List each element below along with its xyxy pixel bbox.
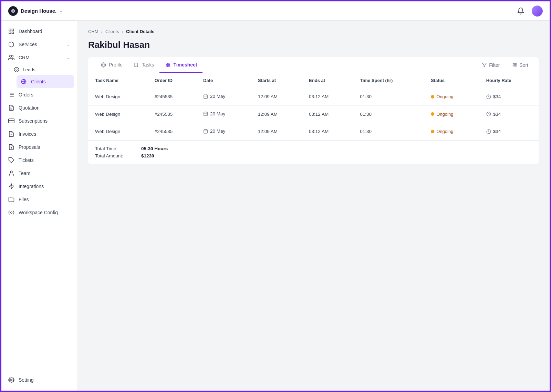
- cell-ends-at: 03:12 AM: [302, 105, 353, 123]
- sidebar-item-proposals[interactable]: Proposals: [1, 141, 77, 154]
- tab-timesheet[interactable]: Timesheet: [159, 57, 202, 73]
- sidebar-item-dashboard[interactable]: Dashboard: [1, 25, 77, 38]
- grid-icon: [8, 28, 14, 34]
- tab-timesheet-label: Timesheet: [173, 62, 197, 68]
- sidebar-quotation-label: Quotation: [19, 105, 40, 111]
- file-plus-icon: [8, 144, 14, 150]
- sidebar-item-label: Dashboard: [19, 29, 42, 34]
- timesheet-table-card: Task Name Order ID Date Starts at Ends a…: [88, 73, 539, 164]
- content-card: Profile Tasks Timesheet: [88, 57, 539, 164]
- topbar: Design House. ⌄: [1, 1, 550, 21]
- svg-rect-45: [204, 112, 208, 116]
- svg-point-28: [11, 379, 12, 381]
- svg-rect-40: [204, 95, 208, 99]
- col-ends-at: Ends at: [302, 73, 353, 88]
- timesheet-table: Task Name Order ID Date Starts at Ends a…: [88, 73, 539, 140]
- breadcrumb-clients[interactable]: Clients: [105, 29, 119, 34]
- file-minus-icon: [8, 131, 14, 137]
- cell-order-id: #245535: [148, 123, 196, 140]
- sidebar-item-clients[interactable]: Clients: [17, 75, 74, 88]
- svg-rect-2: [9, 29, 11, 31]
- cell-hourly-rate: $34: [479, 88, 539, 106]
- app-chevron-icon[interactable]: ⌄: [59, 9, 63, 13]
- cell-starts-at: 12:09 AM: [251, 88, 302, 106]
- credit-card-icon: [8, 118, 14, 124]
- sidebar-clients-label: Clients: [31, 79, 46, 84]
- svg-rect-3: [12, 29, 14, 31]
- col-hourly-rate: Hourly Rate: [479, 73, 539, 88]
- svg-rect-5: [9, 32, 11, 34]
- sidebar-item-services[interactable]: Services ⌄: [1, 38, 77, 51]
- sidebar-item-files[interactable]: Files: [1, 193, 77, 206]
- sidebar-workspace-config-label: Workspace Config: [19, 210, 58, 215]
- cell-time-spent: 01:30: [353, 105, 424, 123]
- cell-time-spent: 01:30: [353, 88, 424, 106]
- sidebar-item-invoices[interactable]: Invoices: [1, 127, 77, 141]
- sidebar-crm-label: CRM: [19, 55, 30, 60]
- svg-point-6: [10, 55, 12, 57]
- totals-section: Total Time: 05:30 Hours Total Amount: $1…: [88, 140, 539, 164]
- zap-icon: [8, 183, 14, 189]
- profile-tab-icon: [101, 62, 106, 68]
- sidebar-tickets-label: Tickets: [19, 157, 34, 163]
- topbar-right: [515, 6, 543, 17]
- tasks-tab-icon: [134, 62, 139, 68]
- cell-task-name: Web Design: [88, 105, 148, 123]
- sidebar-item-subscriptions[interactable]: Subscriptions: [1, 114, 77, 127]
- sidebar-item-orders[interactable]: Orders: [1, 88, 77, 101]
- sidebar-proposals-label: Proposals: [19, 144, 40, 150]
- sidebar-item-quotation[interactable]: Quotation: [1, 101, 77, 114]
- sidebar-item-setting[interactable]: Setting: [1, 373, 77, 386]
- sidebar-team-label: Team: [19, 171, 30, 176]
- col-order-id: Order ID: [148, 73, 196, 88]
- sidebar-item-leads[interactable]: Leads: [14, 64, 77, 75]
- breadcrumb-sep-1: ›: [101, 29, 103, 34]
- sidebar-invoices-label: Invoices: [19, 131, 36, 137]
- cell-order-id: #245535: [148, 88, 196, 106]
- sidebar-item-integrations[interactable]: Integrations: [1, 180, 77, 193]
- tab-tasks[interactable]: Tasks: [128, 57, 160, 73]
- col-status: Status: [424, 73, 479, 88]
- sort-icon: [512, 62, 517, 68]
- sidebar-setting-label: Setting: [19, 377, 34, 383]
- timesheet-tab-icon: [165, 62, 170, 68]
- sidebar-subscriptions-label: Subscriptions: [19, 118, 48, 124]
- svg-point-8: [16, 69, 17, 70]
- sidebar-item-workspace-config[interactable]: Workspace Config: [1, 206, 77, 219]
- user-avatar[interactable]: [532, 6, 543, 17]
- svg-rect-34: [166, 65, 167, 66]
- sort-button[interactable]: Sort: [509, 60, 532, 70]
- file-text-icon: [8, 105, 14, 111]
- cell-status: Ongoing: [424, 105, 479, 123]
- svg-rect-19: [9, 119, 14, 123]
- filter-button[interactable]: Filter: [478, 60, 503, 70]
- table-row: Web Design #245535 20 May 12:09 AM 03:12…: [88, 88, 539, 106]
- breadcrumb: CRM › Clients › Client Details: [88, 29, 539, 34]
- sidebar-item-crm[interactable]: CRM ⌄: [1, 51, 77, 64]
- svg-point-1: [12, 10, 14, 12]
- cell-date: 20 May: [196, 105, 251, 123]
- cell-date: 20 May: [196, 88, 251, 106]
- svg-rect-33: [168, 65, 170, 66]
- crm-chevron-icon: ⌄: [66, 55, 70, 60]
- tabs-actions: Filter Sort: [478, 60, 532, 70]
- sidebar-item-tickets[interactable]: Tickets: [1, 154, 77, 167]
- cell-status: Ongoing: [424, 123, 479, 140]
- svg-rect-50: [204, 130, 208, 133]
- sidebar-item-team[interactable]: Team: [1, 167, 77, 180]
- globe-icon: [21, 79, 27, 85]
- sidebar: Dashboard Services ⌄ CRM ⌄: [1, 21, 77, 391]
- col-time-spent: Time Spent (hr): [353, 73, 424, 88]
- page-title: Rakibul Hasan: [88, 40, 539, 50]
- filter-icon: [482, 62, 487, 68]
- cell-ends-at: 03:12 AM: [302, 123, 353, 140]
- breadcrumb-sep-2: ›: [122, 29, 123, 34]
- tab-profile[interactable]: Profile: [95, 57, 128, 73]
- total-time-value: 05:30 Hours: [141, 146, 168, 151]
- notification-button[interactable]: [515, 6, 526, 17]
- col-task-name: Task Name: [88, 73, 148, 88]
- svg-point-25: [10, 171, 12, 173]
- person-icon: [8, 170, 14, 176]
- list-icon: [8, 92, 14, 98]
- breadcrumb-crm[interactable]: CRM: [88, 29, 98, 34]
